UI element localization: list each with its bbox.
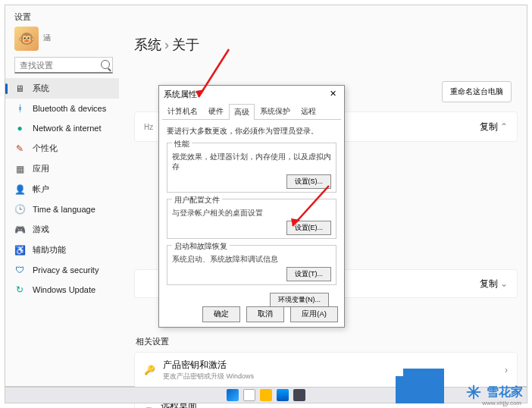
start-icon[interactable] bbox=[227, 389, 239, 401]
explorer-icon[interactable] bbox=[260, 389, 272, 401]
tab-4[interactable]: 远程 bbox=[296, 103, 321, 119]
sidebar-item-label: Network & internet bbox=[33, 124, 101, 133]
sidebar-item-label: Bluetooth & devices bbox=[33, 104, 106, 113]
related-sub: 更改产品密钥或升级 Windows bbox=[163, 372, 254, 381]
search-taskbar-icon[interactable] bbox=[243, 389, 255, 401]
group-2: 启动和故障恢复系统启动、系统故障和调试信息设置(T)... bbox=[167, 245, 336, 285]
taskbar[interactable] bbox=[5, 387, 527, 403]
env-vars-button[interactable]: 环境变量(N)... bbox=[270, 293, 329, 307]
sidebar-item-7[interactable]: 🎮游戏 bbox=[5, 219, 119, 240]
group-settings-button[interactable]: 设置(S)... bbox=[286, 174, 332, 189]
sidebar: 🖥系统ᚼBluetooth & devices●Network & intern… bbox=[5, 78, 119, 386]
sidebar-item-9[interactable]: 🛡Privacy & security bbox=[5, 260, 119, 280]
watermark-url: www.xhjjy.com bbox=[482, 400, 521, 406]
system-properties-dialog: 系统属性 ✕ 计算机名硬件高级系统保护远程 要进行大多数更改，你必须作为管理员登… bbox=[158, 85, 345, 328]
group-body: 系统启动、系统故障和调试信息 bbox=[172, 255, 331, 265]
nav-icon: 🖥 bbox=[14, 83, 25, 94]
svg-rect-4 bbox=[403, 369, 444, 403]
nav-icon: ● bbox=[14, 123, 25, 133]
search-input[interactable] bbox=[14, 57, 113, 74]
nav-icon: ᚼ bbox=[14, 103, 25, 114]
nav-icon: ▦ bbox=[14, 164, 25, 174]
sidebar-item-3[interactable]: ✎个性化 bbox=[5, 138, 119, 158]
sidebar-item-8[interactable]: ♿辅助功能 bbox=[5, 240, 119, 260]
group-body: 视觉效果，处理器计划，内存使用，以及虚拟内存 bbox=[172, 152, 331, 172]
sidebar-item-label: 游戏 bbox=[33, 224, 49, 235]
sidebar-item-6[interactable]: 🕒Time & language bbox=[5, 199, 119, 219]
sidebar-item-label: Windows Update bbox=[33, 285, 95, 294]
nav-icon: ✎ bbox=[14, 143, 25, 154]
nav-icon: 🕒 bbox=[14, 204, 25, 215]
breadcrumb-root[interactable]: 系统 bbox=[134, 37, 161, 52]
chevron-up-icon: ⌃ bbox=[500, 121, 508, 132]
dialog-title: 系统属性 bbox=[164, 89, 197, 100]
sidebar-item-1[interactable]: ᚼBluetooth & devices bbox=[5, 99, 119, 118]
svg-rect-5 bbox=[396, 376, 409, 403]
group-settings-button[interactable]: 设置(E)... bbox=[286, 221, 332, 235]
dialog-note: 要进行大多数更改，你必须作为管理员登录。 bbox=[167, 126, 336, 137]
related-icon: 🔑 bbox=[144, 365, 155, 375]
sidebar-item-label: 帐户 bbox=[33, 184, 49, 195]
group-0: 性能视觉效果，处理器计划，内存使用，以及虚拟内存设置(S)... bbox=[167, 143, 336, 193]
sidebar-item-label: 辅助功能 bbox=[33, 244, 66, 256]
sidebar-item-5[interactable]: 👤帐户 bbox=[5, 179, 119, 199]
username: 涵 bbox=[43, 33, 51, 43]
sidebar-item-label: 个性化 bbox=[33, 143, 58, 154]
ok-button[interactable]: 确定 bbox=[202, 306, 240, 322]
edge-icon[interactable] bbox=[277, 389, 289, 401]
copy-label-2: 复制 bbox=[480, 278, 498, 289]
sidebar-item-2[interactable]: ●Network & internet bbox=[5, 118, 119, 138]
close-icon[interactable]: ✕ bbox=[327, 89, 340, 100]
apply-button[interactable]: 应用(A) bbox=[290, 306, 338, 322]
nav-icon: 👤 bbox=[14, 184, 25, 195]
sidebar-item-4[interactable]: ▦应用 bbox=[5, 158, 119, 179]
sidebar-item-0[interactable]: 🖥系统 bbox=[5, 78, 119, 99]
group-title: 性能 bbox=[172, 139, 192, 149]
sidebar-item-label: 系统 bbox=[33, 83, 49, 94]
window-title: 设置 bbox=[14, 11, 31, 23]
related-title: 产品密钥和激活 bbox=[163, 359, 254, 372]
breadcrumb: 系统›关于 bbox=[134, 36, 518, 54]
app-icon[interactable] bbox=[293, 389, 305, 401]
hz-label: Hz bbox=[144, 123, 153, 131]
related-title: 相关设置 bbox=[136, 336, 518, 347]
breadcrumb-current: 关于 bbox=[172, 37, 199, 52]
sidebar-item-10[interactable]: ↻Windows Update bbox=[5, 280, 119, 300]
nav-icon: ↻ bbox=[14, 284, 25, 295]
group-body: 与登录帐户相关的桌面设置 bbox=[172, 209, 331, 218]
group-1: 用户配置文件与登录帐户相关的桌面设置设置(E)... bbox=[167, 199, 336, 239]
chevron-right-icon: › bbox=[505, 365, 508, 375]
search-icon bbox=[101, 60, 110, 69]
decorative-square bbox=[396, 369, 449, 403]
group-title: 用户配置文件 bbox=[172, 195, 222, 206]
dialog-tabs: 计算机名硬件高级系统保护远程 bbox=[162, 103, 341, 120]
nav-icon: 🎮 bbox=[14, 224, 25, 235]
watermark: 雪花家 bbox=[465, 384, 523, 400]
cancel-button[interactable]: 取消 bbox=[246, 306, 284, 322]
nav-icon: 🛡 bbox=[14, 265, 25, 275]
group-title: 启动和故障恢复 bbox=[172, 241, 230, 252]
snowflake-icon bbox=[465, 384, 482, 400]
rename-button[interactable]: 重命名这台电脑 bbox=[442, 81, 512, 102]
avatar[interactable] bbox=[14, 27, 39, 51]
tab-2[interactable]: 高级 bbox=[229, 104, 255, 120]
tab-0[interactable]: 计算机名 bbox=[162, 103, 203, 119]
tab-1[interactable]: 硬件 bbox=[203, 103, 229, 119]
tab-3[interactable]: 系统保护 bbox=[255, 103, 296, 119]
group-settings-button[interactable]: 设置(T)... bbox=[286, 267, 331, 281]
sidebar-item-label: 应用 bbox=[33, 163, 49, 174]
related-card-0[interactable]: 🔑产品密钥和激活更改产品密钥或升级 Windows› bbox=[134, 352, 518, 388]
copy-label: 复制 bbox=[480, 121, 498, 132]
nav-icon: ♿ bbox=[14, 245, 25, 256]
chevron-down-icon: ⌄ bbox=[500, 278, 508, 289]
sidebar-item-label: Privacy & security bbox=[33, 265, 99, 275]
sidebar-item-label: Time & language bbox=[33, 205, 95, 214]
